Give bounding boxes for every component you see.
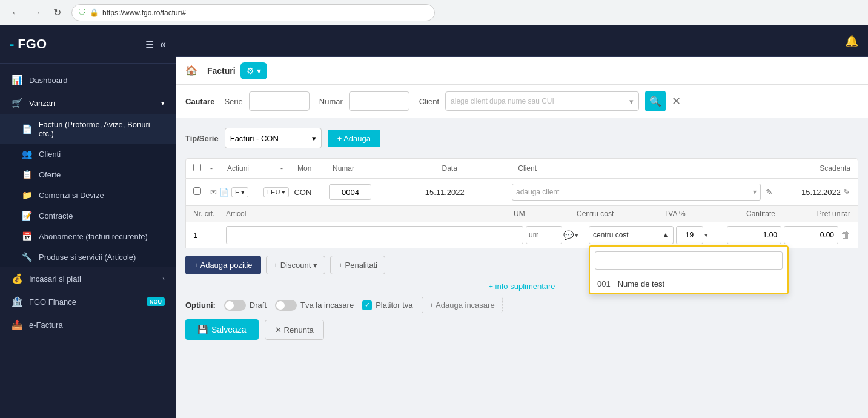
options-row: Optiuni: Draft Tva la incasare — [185, 297, 858, 313]
sidebar-item-facturi[interactable]: 📄 Facturi (Proforme, Avize, Bonuri etc.) — [0, 114, 176, 144]
info-suplimentare-button[interactable]: + info suplimentare — [488, 282, 555, 291]
efactura-label: e-Factura — [29, 320, 165, 330]
cc-search-input[interactable] — [595, 251, 783, 270]
add-pozitie-button[interactable]: + Adauga pozitie — [185, 256, 261, 274]
add-button[interactable]: + Adauga — [328, 130, 380, 147]
sidebar-item-comenzi[interactable]: 📁 Comenzi si Devize — [0, 185, 176, 205]
draft-toggle[interactable] — [224, 300, 246, 311]
platitor-tva-wrapper[interactable]: ✓ Platitor tva — [362, 300, 412, 310]
options-label: Optiuni: — [185, 300, 216, 310]
oferte-label: Oferte — [39, 170, 61, 179]
add-incasare-button[interactable]: + Adauga incasare — [422, 297, 503, 313]
invoice-numar-input[interactable] — [329, 184, 371, 200]
notification-bell[interactable]: 🔔 — [845, 35, 858, 48]
clear-button[interactable]: ✕ — [672, 95, 681, 108]
delete-line-button[interactable]: 🗑 — [841, 230, 850, 241]
currency-badge[interactable]: LEU ▾ — [263, 187, 289, 197]
incasari-arrow: › — [162, 275, 165, 282]
abonamente-label: Abonamente (facturi recurente) — [39, 232, 148, 241]
f-badge[interactable]: F ▾ — [231, 187, 248, 197]
draft-label: Draft — [250, 300, 267, 310]
client-field[interactable]: adauga client ▾ — [512, 184, 761, 201]
line-items-header: Nr. crt. Articol UM Centru cost TVA % Ca… — [185, 206, 858, 222]
tva-incasare-toggle-wrapper: Tva la incasare — [275, 300, 354, 311]
sidebar: - FGO ☰ « 📊 Dashboard 🛒 Vanzari ▾ — [0, 25, 176, 418]
forward-button[interactable]: → — [28, 4, 45, 21]
vanzari-arrow: ▾ — [161, 99, 165, 107]
pret-input[interactable] — [784, 226, 838, 244]
invoice-scadenta: 15.12.2022 ✎ — [778, 187, 850, 197]
numar-input[interactable] — [349, 91, 409, 111]
invoice-serie: CON — [294, 188, 324, 197]
centru-cost-dropdown: 001 Nume de test — [589, 245, 789, 294]
cancel-button[interactable]: ✕ Renunta — [265, 320, 324, 340]
articol-input[interactable] — [226, 226, 523, 244]
fgo-finance-icon: 🏦 — [11, 296, 23, 307]
sidebar-item-contracte[interactable]: 📝 Contracte — [0, 205, 176, 226]
client-select-arrow: ▾ — [629, 97, 634, 106]
um-arrow[interactable]: ▾ — [575, 231, 578, 239]
cantitate-input[interactable] — [727, 226, 781, 244]
tva-incasare-toggle[interactable] — [275, 300, 297, 311]
sidebar-item-oferte[interactable]: 📋 Oferte — [0, 164, 176, 185]
address-bar[interactable]: 🛡 🔒 https://www.fgo.ro/facturi# — [71, 4, 435, 21]
tva-incasare-label: Tva la incasare — [300, 300, 354, 310]
tva-incasare-knob — [276, 301, 285, 310]
discount-button[interactable]: + Discount ▾ — [266, 256, 326, 274]
um-input[interactable] — [526, 226, 562, 244]
cancel-icon: ✕ — [275, 325, 282, 334]
sidebar-item-efactura[interactable]: 📤 e-Factura — [0, 313, 176, 336]
sidebar-item-fgo-finance[interactable]: 🏦 FGO Finance NOU — [0, 290, 176, 313]
fgo-finance-label: FGO Finance — [29, 297, 141, 307]
sidebar-item-produse[interactable]: 🔧 Produse si servicii (Articole) — [0, 247, 176, 267]
back-button[interactable]: ← — [7, 4, 24, 21]
invoice-checkbox[interactable] — [193, 187, 201, 195]
centru-cost-field[interactable]: centru cost ▲ — [589, 226, 674, 244]
sidebar-item-abonamente[interactable]: 📅 Abonamente (facturi recurente) — [0, 226, 176, 247]
th-mon: Mon — [297, 164, 328, 173]
sidebar-header: - FGO ☰ « — [0, 25, 176, 64]
logo: - FGO — [10, 36, 47, 52]
email-icon[interactable]: ✉ — [210, 188, 217, 197]
tva-input[interactable] — [676, 226, 703, 244]
incasari-label: Incasari si plati — [29, 274, 156, 284]
produse-label: Produse si servicii (Articole) — [39, 253, 136, 262]
sidebar-item-vanzari[interactable]: 🛒 Vanzari ▾ — [0, 91, 176, 114]
reload-button[interactable]: ↻ — [48, 4, 65, 21]
search-button[interactable]: 🔍 — [645, 91, 666, 111]
sidebar-item-clienti[interactable]: 👥 Clienti — [0, 144, 176, 164]
client-field-arrow: ▾ — [753, 188, 757, 196]
penalitati-button[interactable]: + Penalitati — [330, 256, 385, 274]
sidebar-item-dashboard[interactable]: 📊 Dashboard — [0, 68, 176, 91]
collapse-button[interactable]: « — [160, 38, 166, 51]
checkbox-check-icon: ✓ — [365, 301, 370, 309]
th-numar: Numar — [333, 164, 381, 173]
pdf-icon[interactable]: 📄 — [219, 188, 229, 197]
home-icon[interactable]: 🏠 — [185, 65, 197, 76]
save-button[interactable]: 💾 Salveaza — [185, 319, 259, 340]
main-content: 🔔 🏠 Facturi ⚙ ▾ Cautare Serie Numar — [176, 25, 868, 418]
tip-serie-arrow: ▾ — [312, 134, 316, 143]
content-area: 🏠 Facturi ⚙ ▾ Cautare Serie Numar Client… — [176, 57, 868, 418]
cc-option-001[interactable]: 001 Nume de test — [590, 274, 787, 293]
settings-icon[interactable]: ☰ — [145, 39, 154, 50]
incasari-icon: 💰 — [11, 273, 23, 284]
client-select[interactable]: alege client dupa nume sau CUI ▾ — [445, 91, 639, 111]
client-edit-icon[interactable]: ✎ — [766, 187, 773, 197]
save-icon: 💾 — [197, 325, 208, 334]
platitor-tva-checkbox[interactable]: ✓ — [362, 300, 372, 310]
serie-input[interactable] — [249, 91, 310, 111]
centru-cost-value: centru cost — [593, 231, 629, 239]
gear-chevron: ▾ — [257, 66, 261, 76]
scadenta-edit-icon[interactable]: ✎ — [843, 187, 850, 197]
tip-serie-select[interactable]: Facturi - CON ▾ — [225, 128, 322, 148]
page-title: Facturi — [207, 66, 236, 76]
dashboard-icon: 📊 — [11, 75, 23, 85]
client-field-placeholder: adauga client — [516, 188, 559, 196]
sidebar-item-incasari[interactable]: 💰 Incasari si plati › — [0, 267, 176, 290]
select-all-checkbox[interactable] — [193, 164, 201, 171]
tva-arrow[interactable]: ▾ — [704, 231, 708, 239]
sidebar-controls: ☰ « — [145, 38, 166, 51]
msg-icon[interactable]: 💬 — [563, 230, 574, 240]
gear-button[interactable]: ⚙ ▾ — [240, 62, 267, 79]
